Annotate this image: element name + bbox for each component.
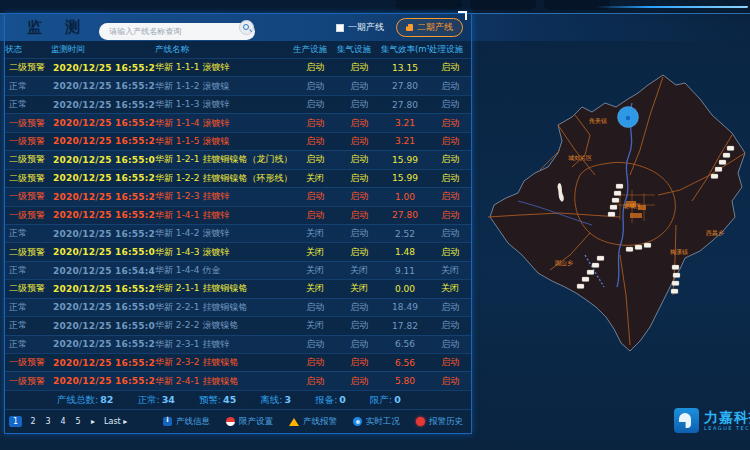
column-header: 集气效率(m³/s) [381, 44, 429, 56]
efficiency-cell: 3.21 [381, 136, 429, 146]
time-cell: 2020/12/25 16:55:04 [51, 155, 155, 165]
treatment-facility-cell: 启动 [429, 61, 471, 74]
production-facility-cell: 启动 [293, 190, 337, 203]
page-button[interactable]: 1 [9, 416, 22, 427]
table-row[interactable]: 一级预警 2020/12/25 16:55:24 华新 2-3-2 挂镀镍铬 启… [5, 353, 471, 371]
time-cell: 2020/12/25 16:55:24 [51, 210, 155, 220]
table-row[interactable]: 正常 2020/12/25 16:55:04 华新 2-2-1 挂镀铜镍铬 启动… [5, 298, 471, 316]
alarm-triangle-icon [289, 418, 299, 426]
map-place-label: 园山乡 [555, 259, 573, 268]
line-name-cell: 华新 2-1-1 挂镀铜镍铬 [155, 282, 293, 295]
toolbar-button[interactable]: 报警历史 [416, 416, 463, 428]
phase2-button[interactable]: 二期产线 [396, 18, 463, 37]
limit-icon [226, 417, 235, 426]
search-icon [243, 24, 249, 30]
toolbar-button[interactable]: 产线报警 [289, 416, 337, 428]
line-name-cell: 华新 2-3-2 挂镀镍铬 [155, 356, 293, 369]
search-input[interactable] [99, 23, 255, 40]
column-header: 状态 [5, 44, 51, 56]
line-name-cell: 华新 1-1-1 滚镀锌 [155, 61, 293, 74]
gas-collection-cell: 启动 [337, 301, 381, 314]
gas-collection-cell: 启动 [337, 153, 381, 166]
table-row[interactable]: 二级预警 2020/12/25 16:55:24 华新 1-2-2 挂镀铜镍铬（… [5, 169, 471, 187]
treatment-facility-cell: 启动 [429, 98, 471, 111]
efficiency-cell: 6.56 [381, 339, 429, 349]
status-cell: 正常 [5, 227, 51, 240]
table-row[interactable]: 一级预警 2020/12/25 16:55:24 华新 1-1-5 滚镀镍 启动… [5, 132, 471, 150]
table-row[interactable]: 一级预警 2020/12/25 16:55:24 华新 2-4-1 挂镀镍铬 启… [5, 371, 471, 389]
gas-collection-cell: 启动 [337, 190, 381, 203]
page-button[interactable]: ▸ [89, 417, 97, 426]
gas-collection-cell: 启动 [337, 375, 381, 388]
efficiency-cell: 2.52 [381, 229, 429, 239]
table-row[interactable]: 正常 2020/12/25 16:55:24 华新 1-1-3 滚镀锌 启动 启… [5, 95, 471, 113]
column-header: 监测时间 [51, 44, 155, 56]
production-facility-cell: 启动 [293, 80, 337, 93]
efficiency-cell: 17.82 [381, 321, 429, 331]
table-row[interactable]: 一级预警 2020/12/25 16:55:24 华新 1-4-1 挂镀锌 启动… [5, 206, 471, 224]
line-name-cell: 华新 1-1-2 滚镀镍 [155, 80, 293, 93]
production-facility-cell: 启动 [293, 61, 337, 74]
table-row[interactable]: 一级预警 2020/12/25 16:55:24 华新 1-2-3 挂镀锌 启动… [5, 187, 471, 205]
phase1-checkbox[interactable]: 一期产线 [336, 21, 384, 34]
efficiency-cell: 3.21 [381, 118, 429, 128]
table-row[interactable]: 正常 2020/12/25 16:55:24 华新 1-1-2 滚镀镍 启动 启… [5, 76, 471, 94]
time-cell: 2020/12/25 16:55:24 [51, 284, 155, 294]
status-cell: 正常 [5, 264, 51, 277]
pagination: 12345▸Last ▸ [9, 416, 127, 427]
status-cell: 一级预警 [5, 209, 51, 222]
production-facility-cell: 关闭 [293, 246, 337, 259]
production-facility-cell: 启动 [293, 375, 337, 388]
status-cell: 二级预警 [5, 282, 51, 295]
gas-collection-cell: 启动 [337, 246, 381, 259]
treatment-facility-cell: 启动 [429, 375, 471, 388]
table-row[interactable]: 正常 2020/12/25 16:55:04 华新 2-2-2 滚镀镍铬 关闭 … [5, 316, 471, 334]
efficiency-cell: 5.80 [381, 376, 429, 386]
page-button[interactable]: 5 [74, 417, 82, 426]
line-name-cell: 华新 2-2-2 滚镀镍铬 [155, 319, 293, 332]
treatment-facility-cell: 启动 [429, 319, 471, 332]
status-cell: 二级预警 [5, 246, 51, 259]
gas-collection-cell: 启动 [337, 319, 381, 332]
map-place-label: 角美镇 [589, 117, 607, 126]
toolbar-button[interactable]: 实时工况 [353, 416, 400, 428]
page-button[interactable]: Last ▸ [104, 417, 127, 426]
table-row[interactable]: 正常 2020/12/25 16:55:24 华新 1-4-2 滚镀锌 关闭 启… [5, 224, 471, 242]
top-tab-decoration [544, 0, 610, 10]
table-row[interactable]: 二级预警 2020/12/25 16:55:04 华新 1-2-1 挂镀铜镍铬（… [5, 150, 471, 168]
line-name-cell: 华新 1-4-2 滚镀锌 [155, 227, 293, 240]
table-row[interactable]: 二级预警 2020/12/25 16:55:04 华新 1-4-3 滚镀锌 关闭… [5, 242, 471, 260]
page-button[interactable]: 4 [59, 417, 67, 426]
time-cell: 2020/12/25 16:55:04 [51, 247, 155, 257]
bottom-toolbar: 12345▸Last ▸ 产线信息 限产设置 产线报警 实时工况 [5, 409, 471, 433]
page-button[interactable]: 3 [44, 417, 52, 426]
table-row[interactable]: 一级预警 2020/12/25 16:55:24 华新 1-1-4 滚镀锌 启动… [5, 113, 471, 131]
toolbar-button[interactable]: 产线信息 [163, 416, 210, 428]
line-name-cell: 华新 1-4-3 滚镀锌 [155, 246, 293, 259]
treatment-facility-cell: 启动 [429, 153, 471, 166]
table-row[interactable]: 二级预警 2020/12/25 16:55:24 华新 2-1-1 挂镀铜镍铬 … [5, 279, 471, 297]
table-row[interactable]: 正常 2020/12/25 16:54:44 华新 1-4-4 仿金 关闭 关闭… [5, 261, 471, 279]
status-cell: 一级预警 [5, 375, 51, 388]
summary-item: 正常:34 [137, 394, 174, 407]
table-row[interactable]: 二级预警 2020/12/25 16:55:24 华新 1-1-1 滚镀锌 启动… [5, 58, 471, 76]
league-tech-logo-icon [674, 408, 699, 433]
page-button[interactable]: 2 [29, 417, 37, 426]
treatment-facility-cell: 启动 [429, 117, 471, 130]
page-title: 监 测 [27, 18, 89, 37]
gas-collection-cell: 启动 [337, 98, 381, 111]
summary-item: 离线:3 [260, 394, 291, 407]
table-row[interactable]: 正常 2020/12/25 16:55:24 华新 2-3-1 挂镀锌 启动 启… [5, 335, 471, 353]
phase2-label: 二期产线 [417, 21, 453, 34]
toolbar-button[interactable]: 限产设置 [226, 416, 273, 428]
gas-collection-cell: 启动 [337, 338, 381, 351]
time-cell: 2020/12/25 16:55:24 [51, 63, 155, 73]
production-facility-cell: 启动 [293, 117, 337, 130]
logo-english-name: LEAGUE TECH [704, 426, 750, 431]
line-info-icon [163, 417, 172, 426]
efficiency-cell: 18.49 [381, 302, 429, 312]
line-name-cell: 华新 1-2-2 挂镀铜镍铬（环形线） [155, 172, 293, 185]
gas-collection-cell: 启动 [337, 117, 381, 130]
time-cell: 2020/12/25 16:55:04 [51, 302, 155, 312]
efficiency-cell: 9.11 [381, 266, 429, 276]
